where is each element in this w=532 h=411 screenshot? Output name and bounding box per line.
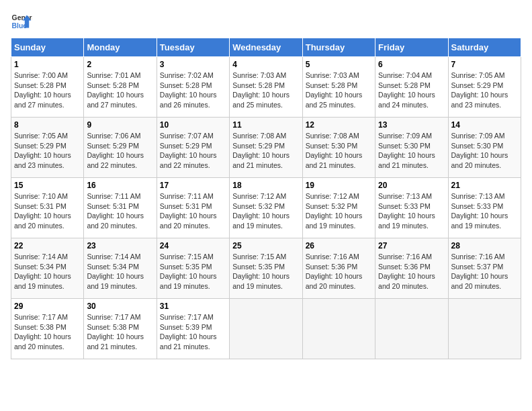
day-number: 11 [232, 120, 299, 130]
day-info: Sunrise: 7:13 AM Sunset: 5:33 PM Dayligh… [451, 191, 518, 231]
day-number: 10 [160, 120, 226, 130]
day-number: 22 [14, 241, 81, 250]
day-number: 23 [87, 241, 153, 250]
day-cell-27: 27 Sunrise: 7:16 AM Sunset: 5:36 PM Dayl… [375, 238, 448, 299]
empty-cell [302, 299, 375, 359]
day-info: Sunrise: 7:16 AM Sunset: 5:36 PM Dayligh… [306, 252, 372, 291]
day-cell-21: 21 Sunrise: 7:13 AM Sunset: 5:33 PM Dayl… [448, 178, 521, 238]
logo: General Blue [11, 11, 32, 32]
day-info: Sunrise: 7:00 AM Sunset: 5:28 PM Dayligh… [14, 71, 81, 110]
day-info: Sunrise: 7:09 AM Sunset: 5:30 PM Dayligh… [378, 131, 445, 171]
day-cell-17: 17 Sunrise: 7:11 AM Sunset: 5:31 PM Dayl… [157, 178, 229, 238]
weekday-header-sunday: Sunday [11, 38, 84, 57]
day-cell-8: 8 Sunrise: 7:05 AM Sunset: 5:29 PM Dayli… [11, 118, 84, 178]
day-cell-24: 24 Sunrise: 7:15 AM Sunset: 5:35 PM Dayl… [157, 238, 229, 299]
day-cell-19: 19 Sunrise: 7:12 AM Sunset: 5:32 PM Dayl… [302, 178, 375, 238]
logo-icon: General Blue [11, 11, 32, 32]
day-number: 28 [451, 241, 518, 250]
day-info: Sunrise: 7:11 AM Sunset: 5:31 PM Dayligh… [160, 191, 226, 231]
day-cell-22: 22 Sunrise: 7:14 AM Sunset: 5:34 PM Dayl… [11, 238, 84, 299]
calendar-table: SundayMondayTuesdayWednesdayThursdayFrid… [11, 38, 521, 359]
day-info: Sunrise: 7:17 AM Sunset: 5:39 PM Dayligh… [160, 312, 226, 352]
day-cell-29: 29 Sunrise: 7:17 AM Sunset: 5:38 PM Dayl… [11, 299, 84, 359]
day-info: Sunrise: 7:05 AM Sunset: 5:29 PM Dayligh… [451, 71, 518, 110]
day-number: 31 [160, 302, 226, 311]
day-cell-5: 5 Sunrise: 7:03 AM Sunset: 5:28 PM Dayli… [302, 57, 375, 118]
week-row-5: 29 Sunrise: 7:17 AM Sunset: 5:38 PM Dayl… [11, 299, 521, 359]
day-cell-30: 30 Sunrise: 7:17 AM Sunset: 5:38 PM Dayl… [84, 299, 157, 359]
day-number: 27 [378, 241, 445, 250]
day-info: Sunrise: 7:07 AM Sunset: 5:29 PM Dayligh… [160, 131, 226, 171]
day-cell-13: 13 Sunrise: 7:09 AM Sunset: 5:30 PM Dayl… [375, 118, 448, 178]
day-cell-14: 14 Sunrise: 7:09 AM Sunset: 5:30 PM Dayl… [448, 118, 521, 178]
day-cell-11: 11 Sunrise: 7:08 AM Sunset: 5:29 PM Dayl… [230, 118, 302, 178]
day-cell-3: 3 Sunrise: 7:02 AM Sunset: 5:28 PM Dayli… [157, 57, 229, 118]
day-info: Sunrise: 7:13 AM Sunset: 5:33 PM Dayligh… [378, 191, 445, 231]
week-row-2: 8 Sunrise: 7:05 AM Sunset: 5:29 PM Dayli… [11, 118, 521, 178]
empty-cell [230, 299, 302, 359]
day-info: Sunrise: 7:17 AM Sunset: 5:38 PM Dayligh… [14, 312, 81, 352]
day-number: 6 [378, 60, 445, 69]
day-info: Sunrise: 7:03 AM Sunset: 5:28 PM Dayligh… [306, 71, 372, 110]
day-number: 7 [451, 60, 518, 69]
day-info: Sunrise: 7:08 AM Sunset: 5:30 PM Dayligh… [306, 131, 372, 171]
day-cell-6: 6 Sunrise: 7:04 AM Sunset: 5:28 PM Dayli… [375, 57, 448, 118]
weekday-header-tuesday: Tuesday [157, 38, 229, 57]
day-number: 13 [378, 120, 445, 130]
day-cell-25: 25 Sunrise: 7:15 AM Sunset: 5:35 PM Dayl… [230, 238, 302, 299]
day-cell-1: 1 Sunrise: 7:00 AM Sunset: 5:28 PM Dayli… [11, 57, 84, 118]
day-info: Sunrise: 7:15 AM Sunset: 5:35 PM Dayligh… [232, 252, 299, 291]
day-info: Sunrise: 7:14 AM Sunset: 5:34 PM Dayligh… [14, 252, 81, 291]
day-number: 3 [160, 60, 226, 69]
page-header: General Blue [11, 11, 521, 32]
day-cell-23: 23 Sunrise: 7:14 AM Sunset: 5:34 PM Dayl… [84, 238, 157, 299]
day-info: Sunrise: 7:17 AM Sunset: 5:38 PM Dayligh… [87, 312, 153, 352]
day-number: 16 [87, 181, 153, 190]
day-cell-31: 31 Sunrise: 7:17 AM Sunset: 5:39 PM Dayl… [157, 299, 229, 359]
day-number: 20 [378, 181, 445, 190]
day-cell-18: 18 Sunrise: 7:12 AM Sunset: 5:32 PM Dayl… [230, 178, 302, 238]
day-number: 17 [160, 181, 226, 190]
day-info: Sunrise: 7:14 AM Sunset: 5:34 PM Dayligh… [87, 252, 153, 291]
day-info: Sunrise: 7:01 AM Sunset: 5:28 PM Dayligh… [87, 71, 153, 110]
day-number: 21 [451, 181, 518, 190]
weekday-header-saturday: Saturday [448, 38, 521, 57]
day-info: Sunrise: 7:02 AM Sunset: 5:28 PM Dayligh… [160, 71, 226, 110]
day-cell-9: 9 Sunrise: 7:06 AM Sunset: 5:29 PM Dayli… [84, 118, 157, 178]
weekday-header-wednesday: Wednesday [230, 38, 302, 57]
weekday-header-monday: Monday [84, 38, 157, 57]
empty-cell [375, 299, 448, 359]
day-info: Sunrise: 7:10 AM Sunset: 5:31 PM Dayligh… [14, 191, 81, 231]
week-row-1: 1 Sunrise: 7:00 AM Sunset: 5:28 PM Dayli… [11, 57, 521, 118]
day-info: Sunrise: 7:08 AM Sunset: 5:29 PM Dayligh… [232, 131, 299, 171]
day-cell-4: 4 Sunrise: 7:03 AM Sunset: 5:28 PM Dayli… [230, 57, 302, 118]
day-number: 15 [14, 181, 81, 190]
weekday-header-thursday: Thursday [302, 38, 375, 57]
day-info: Sunrise: 7:12 AM Sunset: 5:32 PM Dayligh… [306, 191, 372, 231]
day-info: Sunrise: 7:06 AM Sunset: 5:29 PM Dayligh… [87, 131, 153, 171]
day-cell-28: 28 Sunrise: 7:16 AM Sunset: 5:37 PM Dayl… [448, 238, 521, 299]
day-number: 26 [306, 241, 372, 250]
day-info: Sunrise: 7:12 AM Sunset: 5:32 PM Dayligh… [232, 191, 299, 231]
week-row-4: 22 Sunrise: 7:14 AM Sunset: 5:34 PM Dayl… [11, 238, 521, 299]
day-number: 14 [451, 120, 518, 130]
weekday-header-row: SundayMondayTuesdayWednesdayThursdayFrid… [11, 38, 521, 57]
day-info: Sunrise: 7:03 AM Sunset: 5:28 PM Dayligh… [232, 71, 299, 110]
day-info: Sunrise: 7:04 AM Sunset: 5:28 PM Dayligh… [378, 71, 445, 110]
day-cell-10: 10 Sunrise: 7:07 AM Sunset: 5:29 PM Dayl… [157, 118, 229, 178]
day-number: 5 [306, 60, 372, 69]
day-number: 19 [306, 181, 372, 190]
day-info: Sunrise: 7:11 AM Sunset: 5:31 PM Dayligh… [87, 191, 153, 231]
day-info: Sunrise: 7:16 AM Sunset: 5:37 PM Dayligh… [451, 252, 518, 291]
day-number: 25 [232, 241, 299, 250]
day-number: 2 [87, 60, 153, 69]
empty-cell [448, 299, 521, 359]
day-number: 9 [87, 120, 153, 130]
day-number: 29 [14, 302, 81, 311]
day-cell-26: 26 Sunrise: 7:16 AM Sunset: 5:36 PM Dayl… [302, 238, 375, 299]
day-cell-7: 7 Sunrise: 7:05 AM Sunset: 5:29 PM Dayli… [448, 57, 521, 118]
day-number: 18 [232, 181, 299, 190]
day-number: 24 [160, 241, 226, 250]
day-info: Sunrise: 7:05 AM Sunset: 5:29 PM Dayligh… [14, 131, 81, 171]
day-number: 8 [14, 120, 81, 130]
